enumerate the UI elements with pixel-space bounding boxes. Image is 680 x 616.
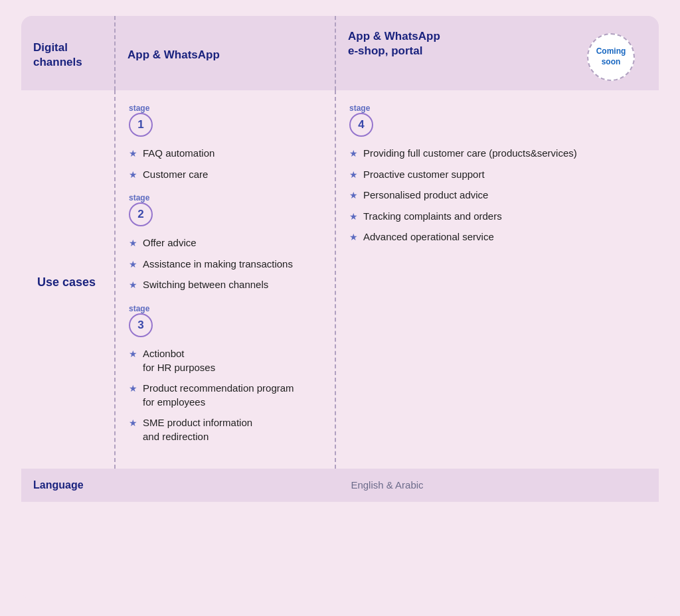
list-item: ★Providing full customer care (products&… [349,146,652,161]
stage-2-label: stage [129,193,149,202]
header-col1: Digital channels [21,16,114,90]
stage-4-label: stage [349,104,370,113]
list-item: ★FAQ automation [129,146,328,161]
star-icon: ★ [129,237,137,250]
star-icon: ★ [129,348,137,361]
list-item: ★Proactive customer support [349,167,652,182]
list-item: ★Advanced operational service [349,230,652,244]
list-item: ★Assistance in making transactions [129,257,328,271]
star-icon: ★ [349,147,358,161]
list-item: ★Product recommendation programfor emplo… [129,381,328,409]
star-icon: ★ [349,189,358,202]
divider-line-3 [114,90,116,469]
divider-line-1 [114,16,116,90]
header-col3: App & WhatsApp e-shop, portal Coming soo… [336,16,659,90]
footer-divider-1 [114,469,116,502]
list-item: ★Personalised product advice [349,188,652,202]
stage-1-group: stage 1 ★FAQ automation ★Customer care [129,104,328,181]
stage-2-group: stage 2 ★Offer advice ★Assistance in mak… [129,193,328,292]
divider-1 [114,16,116,90]
list-item: ★Tracking complaints and orders [349,209,652,224]
footer-language-value: English & Arabic [116,469,659,502]
stage-1-label: stage [129,104,149,113]
star-icon: ★ [129,169,137,182]
list-item: ★Customer care [129,167,328,182]
stage-1-circle: 1 [129,113,153,137]
star-icon: ★ [129,417,137,430]
star-icon: ★ [129,258,137,271]
footer-row: Language English & Arabic [21,469,659,502]
list-item: ★Offer advice [129,236,328,250]
header-right-wrap: App & WhatsApp e-shop, portal Coming soo… [348,29,647,81]
stage-1-list: ★FAQ automation ★Customer care [129,146,328,181]
header-digital-channels: Digital channels [33,41,82,68]
stage-4-header: stage 4 [349,104,652,142]
stage-3-list: ★Actionbotfor HR purposes ★Product recom… [129,346,328,443]
star-icon: ★ [129,279,137,292]
stage-2-list: ★Offer advice ★Assistance in making tran… [129,236,328,292]
use-cases-label: Use cases [37,275,96,289]
stage-2-circle: 2 [129,202,153,226]
stage-3-group: stage 3 ★Actionbotfor HR purposes ★Produ… [129,304,328,443]
stage-2-header: stage 2 [129,193,328,232]
star-icon: ★ [349,231,358,244]
header-app-whatsapp: App & WhatsApp [128,48,220,61]
list-item: ★Actionbotfor HR purposes [129,346,328,374]
stage-4-list: ★Providing full customer care (products&… [349,146,652,244]
right-stages-col: stage 4 ★Providing full customer care (p… [336,90,659,469]
divider-line-2 [335,16,336,90]
header-row: Digital channels App & WhatsApp App & Wh… [21,16,659,90]
divider-3 [114,90,116,469]
list-item: ★SME product informationand redirection [129,416,328,443]
stage-1-header: stage 1 [129,104,328,142]
stage-3-header: stage 3 [129,304,328,343]
header-col2: App & WhatsApp [116,16,335,90]
coming-soon-wrap: Coming soon [587,29,647,81]
list-item: ★Switching between channels [129,277,328,292]
middle-stages-col: stage 1 ★FAQ automation ★Customer care [116,90,335,469]
content-row: Use cases stage 1 [21,90,659,469]
main-card: Digital channels App & WhatsApp App & Wh… [21,16,659,600]
stage-4-circle: 4 [349,113,373,137]
star-icon: ★ [349,169,358,182]
divider-4 [335,90,336,469]
star-icon: ★ [129,382,137,396]
star-icon: ★ [349,210,358,224]
header-eshop: App & WhatsApp e-shop, portal [348,29,440,58]
footer-language-label: Language [21,469,114,502]
divider-line-4 [335,90,336,469]
star-icon: ★ [129,147,137,161]
divider-2 [335,16,336,90]
use-cases-col: Use cases [21,90,114,469]
stage-3-circle: 3 [129,313,153,337]
layout-table: Digital channels App & WhatsApp App & Wh… [21,16,659,502]
stage-4-group: stage 4 ★Providing full customer care (p… [349,104,652,244]
coming-soon-badge: Coming soon [587,33,635,81]
stage-3-label: stage [129,304,149,313]
